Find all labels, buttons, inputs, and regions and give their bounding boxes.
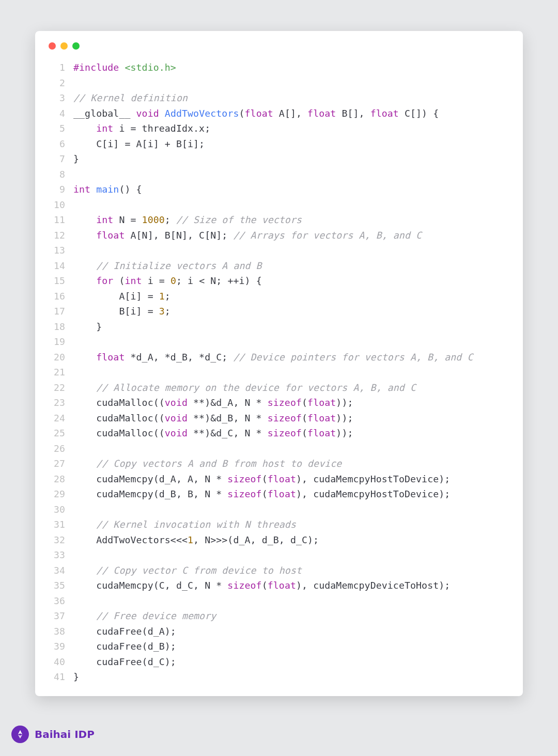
line-content: }: [73, 319, 513, 335]
line-number: 25: [45, 426, 65, 441]
line-content: // Kernel invocation with N threads: [73, 517, 513, 532]
brand-logo-icon: [11, 726, 29, 743]
line-number: 37: [45, 608, 65, 624]
line-content: [73, 197, 513, 213]
line-content: [73, 547, 513, 563]
code-line: 22 // Allocate memory on the device for …: [45, 380, 513, 396]
line-number: 38: [45, 624, 65, 639]
line-content: [73, 75, 513, 91]
line-number: 33: [45, 547, 65, 563]
code-line: 21: [45, 365, 513, 380]
line-number: 35: [45, 578, 65, 593]
code-line: 25 cudaMalloc((void **)&d_C, N * sizeof(…: [45, 426, 513, 441]
line-number: 6: [45, 136, 65, 152]
line-number: 26: [45, 441, 65, 456]
line-number: 20: [45, 350, 65, 365]
line-content: cudaMalloc((void **)&d_B, N * sizeof(flo…: [73, 411, 513, 426]
line-number: 8: [45, 167, 65, 182]
line-content: cudaMemcpy(d_A, A, N * sizeof(float), cu…: [73, 471, 513, 487]
line-number: 31: [45, 517, 65, 532]
line-number: 34: [45, 563, 65, 578]
line-content: // Copy vectors A and B from host to dev…: [73, 456, 513, 471]
line-content: int N = 1000; // Size of the vectors: [73, 212, 513, 228]
line-content: cudaFree(d_C);: [73, 654, 513, 670]
code-line: 14 // Initialize vectors A and B: [45, 258, 513, 274]
maximize-icon[interactable]: [72, 42, 80, 50]
line-content: // Kernel definition: [73, 90, 513, 106]
code-line: 34 // Copy vector C from device to host: [45, 563, 513, 578]
line-number: 9: [45, 182, 65, 197]
line-content: float *d_A, *d_B, *d_C; // Device pointe…: [73, 350, 513, 365]
line-content: float A[N], B[N], C[N]; // Arrays for ve…: [73, 228, 513, 243]
code-line: 39 cudaFree(d_B);: [45, 639, 513, 654]
line-content: B[i] = 3;: [73, 304, 513, 319]
line-number: 2: [45, 75, 65, 91]
line-content: int main() {: [73, 182, 513, 197]
code-line: 1#include <stdio.h>: [45, 60, 513, 75]
line-content: // Initialize vectors A and B: [73, 258, 513, 274]
line-number: 40: [45, 654, 65, 670]
code-window: 1#include <stdio.h>23// Kernel definitio…: [35, 31, 523, 696]
line-content: [73, 334, 513, 350]
code-line: 13: [45, 243, 513, 258]
code-line: 4__global__ void AddTwoVectors(float A[]…: [45, 106, 513, 121]
code-line: 24 cudaMalloc((void **)&d_B, N * sizeof(…: [45, 411, 513, 426]
code-line: 12 float A[N], B[N], C[N]; // Arrays for…: [45, 228, 513, 243]
line-number: 3: [45, 90, 65, 106]
code-line: 9int main() {: [45, 182, 513, 197]
line-number: 7: [45, 151, 65, 167]
line-content: [73, 365, 513, 380]
line-number: 30: [45, 502, 65, 517]
line-number: 16: [45, 289, 65, 304]
line-number: 24: [45, 411, 65, 426]
line-content: [73, 243, 513, 258]
line-content: }: [73, 669, 513, 685]
line-content: cudaMalloc((void **)&d_C, N * sizeof(flo…: [73, 426, 513, 441]
code-line: 16 A[i] = 1;: [45, 289, 513, 304]
window-controls: [45, 42, 513, 50]
code-line: 28 cudaMemcpy(d_A, A, N * sizeof(float),…: [45, 471, 513, 487]
line-content: [73, 441, 513, 456]
line-content: cudaFree(d_A);: [73, 624, 513, 639]
line-number: 39: [45, 639, 65, 654]
code-line: 31 // Kernel invocation with N threads: [45, 517, 513, 532]
code-line: 18 }: [45, 319, 513, 335]
code-line: 37 // Free device memory: [45, 608, 513, 624]
code-line: 35 cudaMemcpy(C, d_C, N * sizeof(float),…: [45, 578, 513, 593]
minimize-icon[interactable]: [60, 42, 68, 50]
code-line: 30: [45, 502, 513, 517]
code-line: 6 C[i] = A[i] + B[i];: [45, 136, 513, 152]
line-content: C[i] = A[i] + B[i];: [73, 136, 513, 152]
code-line: 27 // Copy vectors A and B from host to …: [45, 456, 513, 471]
code-line: 32 AddTwoVectors<<<1, N>>>(d_A, d_B, d_C…: [45, 532, 513, 548]
line-number: 22: [45, 380, 65, 396]
line-number: 19: [45, 334, 65, 350]
line-number: 23: [45, 395, 65, 411]
line-content: cudaMalloc((void **)&d_A, N * sizeof(flo…: [73, 395, 513, 411]
line-number: 21: [45, 365, 65, 380]
code-line: 38 cudaFree(d_A);: [45, 624, 513, 639]
line-content: [73, 502, 513, 517]
code-line: 20 float *d_A, *d_B, *d_C; // Device poi…: [45, 350, 513, 365]
line-content: __global__ void AddTwoVectors(float A[],…: [73, 106, 513, 121]
code-line: 15 for (int i = 0; i < N; ++i) {: [45, 273, 513, 289]
line-number: 32: [45, 532, 65, 548]
line-number: 18: [45, 319, 65, 335]
line-content: cudaMemcpy(d_B, B, N * sizeof(float), cu…: [73, 486, 513, 502]
line-content: }: [73, 151, 513, 167]
line-content: // Copy vector C from device to host: [73, 563, 513, 578]
line-content: [73, 167, 513, 182]
line-number: 17: [45, 304, 65, 319]
line-number: 11: [45, 212, 65, 228]
line-content: // Allocate memory on the device for vec…: [73, 380, 513, 396]
close-icon[interactable]: [49, 42, 56, 50]
line-number: 41: [45, 669, 65, 685]
line-number: 28: [45, 471, 65, 487]
line-number: 5: [45, 121, 65, 136]
line-number: 10: [45, 197, 65, 213]
code-line: 17 B[i] = 3;: [45, 304, 513, 319]
line-content: [73, 593, 513, 609]
line-number: 36: [45, 593, 65, 609]
line-number: 14: [45, 258, 65, 274]
line-number: 13: [45, 243, 65, 258]
